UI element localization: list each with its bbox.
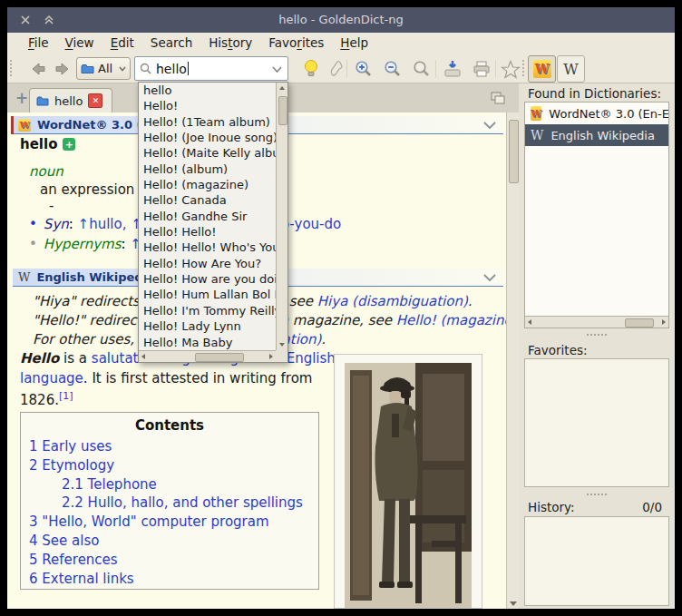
search-history-dropdown[interactable] [272,60,282,77]
wikipedia-dict-button[interactable]: W [557,55,585,83]
suggestion-item[interactable]: Hello! Canada [139,192,276,208]
wordnet-dict-button[interactable]: W [528,55,556,83]
new-tab-button[interactable]: + [13,89,31,107]
suggestion-item[interactable]: Hello! Hello! [139,224,276,240]
suggestion-item[interactable]: Hello! How are you doing [139,271,276,287]
toc-link[interactable]: 5 References [29,551,318,570]
toc-link[interactable]: 2.2 Hullo, hallo, and other spellings [29,494,318,513]
scrollbar-thumb[interactable] [195,353,244,362]
search-input[interactable]: hello [134,56,288,81]
goldendict-window: hello - GoldenDict-ng FileViewEditSearch… [0,0,682,616]
dictionary-name: English Wikipedia [550,129,654,142]
zoom-out-button[interactable] [381,57,404,81]
suggestion-item[interactable]: Hello! [139,98,276,113]
suggestion-item[interactable]: Hello! (Maite Kelly album [139,145,276,161]
favorites-panel[interactable] [524,358,669,487]
menu-item[interactable]: Favorites [260,33,332,54]
text-caret [188,62,189,75]
active-article-marker [11,116,14,134]
suggestion-item[interactable]: Hello! Hum Lallan Bol Ral [139,287,276,302]
suggestion-item[interactable]: Hello! I'm Tommy Reilly [139,303,276,318]
example-dash: - [49,198,54,214]
suggestion-item[interactable]: Hello! Gandhe Sir [139,209,276,224]
suggestion-item[interactable]: Hello! (album) [139,161,276,177]
popup-horizontal-scrollbar[interactable] [139,350,276,362]
suggestion-item[interactable]: Hello! Lady Lynn [139,318,276,334]
splitter-handle[interactable] [587,334,607,336]
hatnote-link[interactable]: Hello! (magazine) [396,312,518,328]
hatnote-link[interactable]: Hiya (disambiguation) [317,293,468,309]
suggestion-item[interactable]: Hello! Ma Baby [139,335,276,350]
toc-link[interactable]: 6 External links [29,570,318,589]
back-button[interactable] [25,57,49,81]
menu-item[interactable]: Search [142,33,200,54]
menu-item[interactable]: File [20,33,57,54]
tab-list-icon[interactable] [490,91,506,109]
suggestion-item[interactable]: Hello! (Joe Inoue song) [139,130,276,145]
scrollbar-thumb[interactable] [625,318,654,328]
scroll-down-icon[interactable] [279,343,285,347]
reference-link[interactable]: [1] [59,390,73,402]
chevron-down-icon [119,66,126,72]
star-icon [501,60,521,79]
menubar: FileViewEditSearchHistoryFavoritesHelp [7,33,675,54]
save-article-button[interactable] [441,57,464,81]
scrollbar-thumb[interactable] [278,96,287,125]
titlebar[interactable]: hello - GoldenDict-ng [7,7,675,33]
menu-item[interactable]: Edit [102,33,142,54]
scroll-right-icon[interactable] [269,354,273,359]
history-panel[interactable] [524,516,669,606]
dictionary-item-wikipedia[interactable]: W English Wikipedia [525,124,668,146]
menu-item[interactable]: Help [332,33,376,54]
suggestion-item[interactable]: hello [139,83,276,98]
article-image [345,363,472,608]
collapse-chevron-icon[interactable] [483,274,496,282]
dictionary-item-wordnet[interactable]: W WordNet® 3.0 (En-E [525,103,668,124]
toc-link[interactable]: 3 "Hello, World" computer program [29,513,318,532]
scroll-down-icon[interactable] [510,601,517,606]
scroll-left-icon[interactable] [528,319,531,325]
dictbar-drag-handle[interactable] [522,60,524,76]
zoom-in-button[interactable] [352,57,375,81]
toc-link[interactable]: 2.1 Telephone [29,475,318,494]
highlight-button[interactable] [325,57,348,81]
toc-link[interactable]: 1 Early uses [29,437,318,456]
toc-link[interactable]: 2 Etymology [29,456,318,475]
scrollbar-thumb[interactable] [509,120,519,183]
zoom-reset-button[interactable] [410,57,434,81]
chevron-down-icon [272,66,282,73]
forward-button[interactable] [51,57,74,81]
toc-link[interactable]: 4 See also [29,532,318,551]
collapse-chevron-icon[interactable] [483,122,496,130]
scroll-right-icon[interactable] [662,319,666,325]
suggestion-item[interactable]: Hello! Hello! Who's Your L [139,240,276,255]
suggestion-item[interactable]: Hello! (1Team album) [139,114,276,130]
intro-paragraph-line: language. It is first attested in writin… [20,370,312,386]
suggestion-item[interactable]: Hello! How Are You? [139,256,276,271]
dictionary-group-select[interactable]: All [76,57,131,80]
right-sidebar: Found in Dictionaries: W WordNet® 3.0 (E… [519,83,675,609]
wikipedia-icon: W [563,61,578,78]
list-horizontal-scrollbar[interactable] [525,316,668,328]
tab-hello[interactable]: hello ✕ [29,88,112,112]
zoom-out-icon [384,60,402,78]
add-headword-to-favorites-icon[interactable]: + [63,138,75,151]
forward-icon [54,62,72,76]
scroll-up-icon[interactable] [279,86,285,90]
splitter-handle[interactable] [587,494,607,495]
suggestion-item[interactable]: Hello! (magazine) [139,177,276,192]
pronounce-word-button[interactable] [299,57,323,81]
print-icon [473,61,491,77]
add-to-favorites-button[interactable] [499,57,522,81]
toolbar-drag-handle[interactable] [10,60,12,76]
popup-vertical-scrollbar[interactable] [276,83,287,350]
intro-link[interactable]: language [20,370,83,386]
wikipedia-icon: W [531,128,543,142]
menu-item[interactable]: History [200,33,260,54]
menu-item[interactable]: View [57,33,102,54]
article-scrollbar[interactable] [506,112,519,609]
print-button[interactable] [470,57,493,81]
wordnet-icon: W [18,119,31,132]
close-tab-icon[interactable]: ✕ [88,93,102,108]
scroll-left-icon[interactable] [141,354,145,359]
